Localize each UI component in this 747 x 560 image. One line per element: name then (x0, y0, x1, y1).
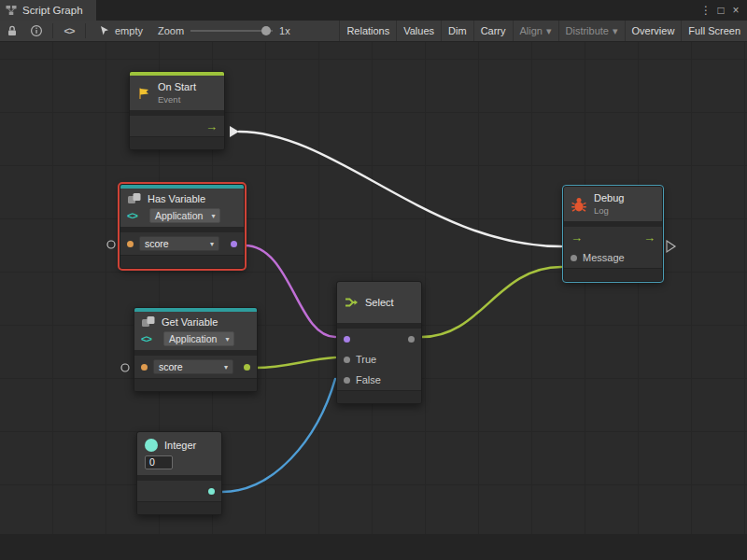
align-dropdown-button[interactable]: Align▾ (513, 21, 558, 41)
variables-icon (127, 192, 142, 205)
node-title: Select (365, 297, 394, 308)
code-icon: <> (64, 25, 75, 36)
node-footer (130, 136, 224, 149)
tab-title: Script Graph (22, 5, 83, 16)
chevron-down-icon: ▾ (546, 25, 552, 37)
node-title: Has Variable (148, 193, 205, 204)
node-header: Select (337, 282, 421, 323)
chevron-down-icon: ▾ (224, 363, 228, 371)
toolbar-separator (52, 23, 53, 38)
flag-icon (136, 86, 151, 101)
node-debug-log[interactable]: Debug Log → → Message (563, 186, 663, 282)
node-title: Get Variable (162, 316, 218, 328)
code-icon: <> (141, 333, 158, 344)
zoom-slider-track (190, 30, 273, 32)
wire-getvariable-to-select-true[interactable] (256, 357, 335, 368)
scope-value: Application (155, 210, 203, 221)
zoom-slider[interactable] (190, 24, 273, 37)
variable-name-dropdown[interactable]: score ▾ (139, 236, 219, 251)
lock-icon (6, 24, 19, 37)
wire-hasvariable-to-select-condition[interactable] (245, 245, 335, 337)
node-footer (120, 255, 244, 268)
tab-bar: Script Graph ⋮ □ × (0, 0, 747, 21)
chevron-down-icon: ▾ (211, 212, 215, 220)
scope-dropdown[interactable]: Application ▾ (149, 208, 220, 223)
scope-dropdown[interactable]: Application ▾ (163, 331, 234, 346)
name-input-port[interactable] (141, 364, 148, 371)
flow-output-port[interactable]: → (205, 120, 218, 133)
node-body: → (130, 116, 224, 136)
unconnected-input-circle-hasvariable[interactable] (107, 241, 115, 248)
node-footer (337, 390, 421, 403)
node-footer (564, 268, 662, 281)
integer-icon (144, 438, 159, 453)
bug-icon (571, 196, 587, 213)
wire-select-to-log-message[interactable] (422, 267, 561, 337)
zoom-slider-knob[interactable] (261, 26, 271, 35)
chevron-down-icon: ▾ (210, 240, 214, 248)
false-port-label: False (356, 374, 381, 385)
node-get-variable[interactable]: Get Variable <> Application ▾ score ▾ (134, 307, 258, 392)
flow-input-port[interactable]: → (571, 231, 583, 244)
node-body (137, 481, 221, 501)
graph-toolbar: <> empty Zoom 1x Relations Values Dim Ca… (0, 21, 747, 42)
info-icon (30, 24, 43, 37)
node-footer (134, 378, 257, 391)
fullscreen-button[interactable]: Full Screen (681, 21, 747, 41)
variable-name: score (145, 238, 169, 249)
node-header: Has Variable <> Application ▾ (120, 189, 244, 227)
zoom-label: Zoom (158, 25, 184, 36)
wire-integer-to-select-false[interactable] (222, 379, 335, 492)
overview-button[interactable]: Overview (625, 21, 682, 41)
node-title: On Start (158, 81, 196, 92)
window-controls: ⋮ □ × (698, 0, 747, 21)
relations-button[interactable]: Relations (339, 21, 396, 41)
select-icon (344, 295, 359, 310)
condition-input-port[interactable] (344, 336, 350, 343)
flow-output-port[interactable]: → (643, 231, 655, 244)
canvas-bottom-edge (0, 534, 747, 560)
dim-button[interactable]: Dim (441, 21, 473, 41)
flow-exit-triangle-onstart[interactable] (230, 126, 239, 137)
name-input-port[interactable] (127, 241, 134, 247)
integer-value-input[interactable]: 0 (145, 455, 173, 469)
bool-output-port[interactable] (231, 241, 237, 247)
carry-button[interactable]: Carry (473, 21, 513, 41)
node-select[interactable]: Select True False (336, 281, 422, 404)
toolbar-buttons: Relations Values Dim Carry Align▾ Distri… (339, 21, 747, 41)
message-input-port[interactable] (571, 255, 577, 261)
close-icon[interactable]: × (728, 0, 743, 21)
graph-icon (6, 5, 17, 16)
kebab-menu-icon[interactable]: ⋮ (698, 0, 713, 21)
false-input-port[interactable] (344, 377, 350, 384)
number-output-port[interactable] (208, 488, 215, 495)
distribute-dropdown-button[interactable]: Distribute▾ (558, 21, 625, 41)
node-title: Integer (164, 440, 196, 451)
node-subtitle: Log (594, 205, 624, 216)
variables-icon (141, 315, 156, 329)
variable-name-dropdown[interactable]: score ▾ (153, 359, 233, 374)
node-subtitle: Event (158, 94, 196, 105)
maximize-icon[interactable]: □ (713, 0, 728, 21)
cursor-icon (99, 25, 110, 36)
node-header: Debug Log (564, 187, 662, 221)
values-button[interactable]: Values (396, 21, 441, 41)
value-output-port[interactable] (244, 364, 250, 371)
node-on-start[interactable]: On Start Event → (129, 71, 225, 150)
info-button[interactable] (24, 21, 49, 41)
selection-output-port[interactable] (408, 336, 415, 343)
true-input-port[interactable] (344, 357, 350, 363)
tab-script-graph[interactable]: Script Graph (0, 0, 96, 21)
node-header: Integer 0 (137, 432, 221, 475)
node-body: True False (337, 329, 421, 390)
lock-button[interactable] (0, 21, 24, 41)
unconnected-input-circle-getvariable[interactable] (121, 364, 129, 371)
true-port-label: True (356, 354, 376, 365)
code-view-button[interactable]: <> (57, 21, 81, 41)
node-body: → → Message (564, 227, 662, 268)
node-integer[interactable]: Integer 0 (136, 431, 222, 515)
flow-exit-triangle-log[interactable] (667, 241, 675, 252)
wire-onstart-to-log-flow[interactable] (239, 132, 561, 246)
node-has-variable[interactable]: Has Variable <> Application ▾ score ▾ (120, 184, 245, 269)
message-port-label: Message (583, 252, 625, 263)
